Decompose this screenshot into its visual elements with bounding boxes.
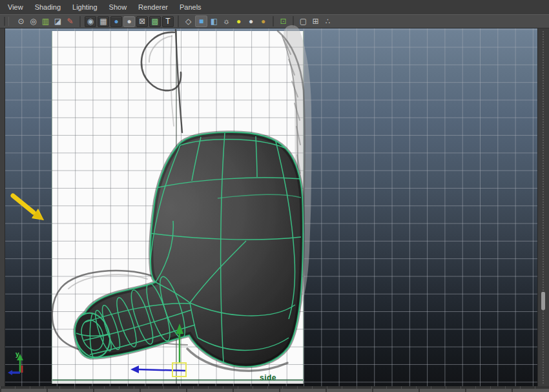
light-gold-icon[interactable]: ● <box>258 16 269 26</box>
extra-tools-group: ▢ ⊞ ∴ <box>293 16 337 26</box>
shading-mode-group: ◇ ■ ◧ ☼ ● ● ● <box>178 15 273 27</box>
3d-viewport[interactable] <box>5 28 537 386</box>
menu-show[interactable]: Show <box>109 3 134 11</box>
checker-display-icon[interactable]: ▩ <box>149 16 161 27</box>
isolate-select-icon[interactable]: ⊡ <box>278 16 289 26</box>
isolate-group: ⊡ <box>273 16 293 26</box>
select-pin-icon[interactable]: ✎ <box>65 16 76 26</box>
toolbar-grip <box>4 17 9 26</box>
menu-lighting[interactable]: Lighting <box>72 3 105 11</box>
menu-renderer[interactable]: Renderer <box>138 3 175 11</box>
menu-shading[interactable]: Shading <box>35 3 68 11</box>
light-white-icon[interactable]: ● <box>245 16 256 26</box>
flat-shade-icon[interactable]: ● <box>123 16 135 27</box>
wire-cube-icon[interactable]: ◇ <box>183 16 194 26</box>
image-plane-icon[interactable]: ◪ <box>52 16 63 26</box>
splitter-handle[interactable] <box>541 292 545 310</box>
smooth-shade-icon[interactable]: ● <box>110 16 122 27</box>
film-gate-icon[interactable]: ▦ <box>98 16 109 27</box>
range-slider-edge <box>0 389 549 392</box>
maya-viewport-window: View Shading Lighting Show Renderer Pane… <box>0 0 549 392</box>
splitter-dotted-line <box>543 31 544 384</box>
camera-settings-icon[interactable]: ◎ <box>28 16 39 26</box>
reference-image-plane <box>52 31 304 384</box>
wireframe-display-icon[interactable]: ◉ <box>85 16 96 27</box>
time-slider-edge <box>0 386 549 392</box>
xray-cube-icon[interactable]: ▢ <box>298 16 309 26</box>
resolution-gate-icon[interactable]: ⊠ <box>136 16 148 27</box>
window-edge-left <box>0 28 5 386</box>
panel-splitter[interactable] <box>537 28 549 386</box>
view-bookmark-icon[interactable]: ▥ <box>40 16 51 26</box>
textured-cube-icon[interactable]: ◧ <box>209 16 220 26</box>
menu-panels[interactable]: Panels <box>180 3 209 11</box>
camera-orbit-icon[interactable]: ⊙ <box>16 16 26 26</box>
use-all-lights-icon[interactable]: ☼ <box>221 16 232 26</box>
texture-display-icon[interactable]: T <box>162 16 174 27</box>
camera-tools-group: ⊙ ◎ ▥ ◪ ✎ <box>12 16 79 26</box>
share-view-icon[interactable]: ∴ <box>322 16 333 26</box>
panel-menubar: View Shading Lighting Show Renderer Pane… <box>0 0 549 14</box>
shaded-cube-icon[interactable]: ■ <box>195 15 207 27</box>
display-tools-group: ◉ ▦ ● ● ⊠ ▩ T <box>79 16 178 27</box>
light-yellow-icon[interactable]: ● <box>233 16 244 26</box>
panel-toolbar: ⊙ ◎ ▥ ◪ ✎ ◉ ▦ ● ● ⊠ ▩ T ◇ ■ ◧ ☼ ● ● ● ⊡ <box>0 14 549 28</box>
menu-view[interactable]: View <box>8 3 30 11</box>
frame-all-icon[interactable]: ⊞ <box>310 16 321 26</box>
